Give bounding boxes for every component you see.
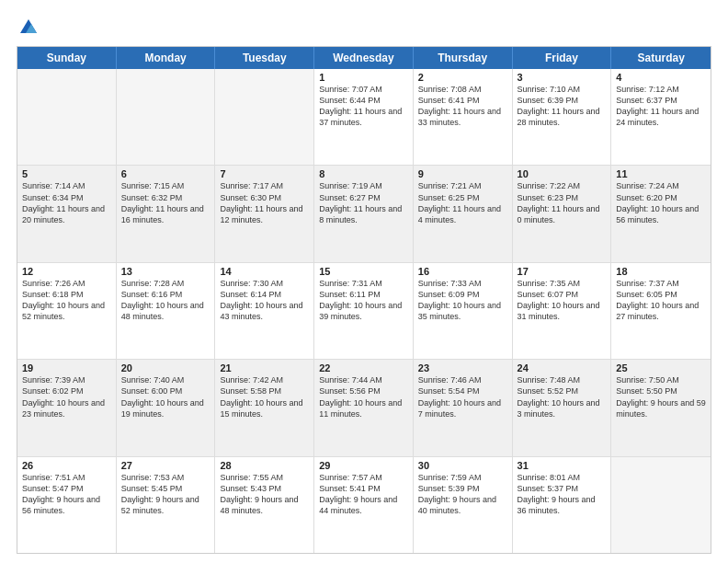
calendar-cell: 24Sunrise: 7:48 AM Sunset: 5:52 PM Dayli… bbox=[513, 360, 612, 455]
day-number: 10 bbox=[518, 168, 607, 179]
calendar-cell: 27Sunrise: 7:53 AM Sunset: 5:45 PM Dayli… bbox=[117, 457, 216, 553]
calendar-cell: 12Sunrise: 7:26 AM Sunset: 6:18 PM Dayli… bbox=[17, 263, 117, 359]
calendar-header-cell: Sunday bbox=[17, 47, 117, 69]
cell-text: Sunrise: 7:57 AM Sunset: 5:41 PM Dayligh… bbox=[319, 472, 408, 517]
day-number: 15 bbox=[319, 266, 408, 277]
calendar-cell: 3Sunrise: 7:10 AM Sunset: 6:39 PM Daylig… bbox=[513, 69, 612, 165]
day-number: 7 bbox=[220, 168, 309, 179]
calendar-cell: 28Sunrise: 7:55 AM Sunset: 5:43 PM Dayli… bbox=[215, 457, 314, 553]
day-number: 26 bbox=[22, 460, 111, 471]
cell-text: Sunrise: 7:07 AM Sunset: 6:44 PM Dayligh… bbox=[319, 84, 408, 129]
header bbox=[17, 17, 711, 37]
day-number: 12 bbox=[22, 266, 111, 277]
day-number: 11 bbox=[616, 168, 706, 179]
cell-text: Sunrise: 7:48 AM Sunset: 5:52 PM Dayligh… bbox=[518, 374, 607, 419]
cell-text: Sunrise: 7:19 AM Sunset: 6:27 PM Dayligh… bbox=[319, 180, 408, 225]
calendar-cell: 20Sunrise: 7:40 AM Sunset: 6:00 PM Dayli… bbox=[117, 360, 216, 455]
calendar-header-cell: Thursday bbox=[414, 47, 513, 69]
cell-text: Sunrise: 7:12 AM Sunset: 6:37 PM Dayligh… bbox=[616, 84, 706, 129]
calendar-cell: 25Sunrise: 7:50 AM Sunset: 5:50 PM Dayli… bbox=[611, 360, 711, 455]
day-number: 28 bbox=[220, 460, 309, 471]
day-number: 19 bbox=[22, 362, 111, 373]
cell-text: Sunrise: 7:59 AM Sunset: 5:39 PM Dayligh… bbox=[418, 472, 507, 517]
calendar-cell: 30Sunrise: 7:59 AM Sunset: 5:39 PM Dayli… bbox=[414, 457, 513, 553]
day-number: 23 bbox=[418, 362, 507, 373]
day-number: 1 bbox=[319, 72, 408, 83]
cell-text: Sunrise: 7:51 AM Sunset: 5:47 PM Dayligh… bbox=[22, 472, 111, 517]
calendar-cell: 29Sunrise: 7:57 AM Sunset: 5:41 PM Dayli… bbox=[314, 457, 414, 553]
day-number: 18 bbox=[616, 266, 706, 277]
day-number: 13 bbox=[121, 266, 210, 277]
day-number: 3 bbox=[518, 72, 607, 83]
cell-text: Sunrise: 7:14 AM Sunset: 6:34 PM Dayligh… bbox=[22, 180, 111, 225]
day-number: 6 bbox=[121, 168, 210, 179]
calendar-cell: 11Sunrise: 7:24 AM Sunset: 6:20 PM Dayli… bbox=[611, 166, 711, 261]
day-number: 22 bbox=[319, 362, 408, 373]
calendar-header-cell: Wednesday bbox=[314, 47, 414, 69]
calendar-header-cell: Monday bbox=[117, 47, 216, 69]
cell-text: Sunrise: 7:39 AM Sunset: 6:02 PM Dayligh… bbox=[22, 374, 111, 419]
calendar-row: 19Sunrise: 7:39 AM Sunset: 6:02 PM Dayli… bbox=[17, 360, 711, 456]
cell-text: Sunrise: 7:30 AM Sunset: 6:14 PM Dayligh… bbox=[220, 278, 309, 323]
cell-text: Sunrise: 7:50 AM Sunset: 5:50 PM Dayligh… bbox=[616, 374, 706, 419]
calendar-cell: 18Sunrise: 7:37 AM Sunset: 6:05 PM Dayli… bbox=[611, 263, 711, 359]
cell-text: Sunrise: 7:28 AM Sunset: 6:16 PM Dayligh… bbox=[121, 278, 210, 323]
cell-text: Sunrise: 7:10 AM Sunset: 6:39 PM Dayligh… bbox=[518, 84, 607, 129]
cell-text: Sunrise: 7:46 AM Sunset: 5:54 PM Dayligh… bbox=[418, 374, 507, 419]
day-number: 27 bbox=[121, 460, 210, 471]
calendar-cell: 21Sunrise: 7:42 AM Sunset: 5:58 PM Dayli… bbox=[215, 360, 314, 455]
calendar-header-cell: Friday bbox=[513, 47, 612, 69]
day-number: 14 bbox=[220, 266, 309, 277]
calendar-row: 12Sunrise: 7:26 AM Sunset: 6:18 PM Dayli… bbox=[17, 263, 711, 360]
calendar-cell: 17Sunrise: 7:35 AM Sunset: 6:07 PM Dayli… bbox=[513, 263, 612, 359]
cell-text: Sunrise: 7:22 AM Sunset: 6:23 PM Dayligh… bbox=[518, 180, 607, 225]
day-number: 29 bbox=[319, 460, 408, 471]
calendar-cell bbox=[215, 69, 314, 165]
cell-text: Sunrise: 7:26 AM Sunset: 6:18 PM Dayligh… bbox=[22, 278, 111, 323]
calendar-cell: 15Sunrise: 7:31 AM Sunset: 6:11 PM Dayli… bbox=[314, 263, 414, 359]
day-number: 24 bbox=[518, 362, 607, 373]
day-number: 20 bbox=[121, 362, 210, 373]
calendar-cell: 10Sunrise: 7:22 AM Sunset: 6:23 PM Dayli… bbox=[513, 166, 612, 261]
cell-text: Sunrise: 7:37 AM Sunset: 6:05 PM Dayligh… bbox=[616, 278, 706, 323]
cell-text: Sunrise: 7:55 AM Sunset: 5:43 PM Dayligh… bbox=[220, 472, 309, 517]
calendar-header: SundayMondayTuesdayWednesdayThursdayFrid… bbox=[17, 47, 711, 69]
calendar-cell: 16Sunrise: 7:33 AM Sunset: 6:09 PM Dayli… bbox=[414, 263, 513, 359]
calendar-cell: 23Sunrise: 7:46 AM Sunset: 5:54 PM Dayli… bbox=[414, 360, 513, 455]
calendar-header-cell: Saturday bbox=[611, 47, 711, 69]
cell-text: Sunrise: 7:31 AM Sunset: 6:11 PM Dayligh… bbox=[319, 278, 408, 323]
calendar-cell bbox=[117, 69, 216, 165]
calendar-cell bbox=[611, 457, 711, 553]
logo bbox=[17, 17, 39, 37]
page: SundayMondayTuesdayWednesdayThursdayFrid… bbox=[0, 0, 728, 563]
cell-text: Sunrise: 7:24 AM Sunset: 6:20 PM Dayligh… bbox=[616, 180, 706, 225]
calendar-cell: 6Sunrise: 7:15 AM Sunset: 6:32 PM Daylig… bbox=[117, 166, 216, 261]
day-number: 25 bbox=[616, 362, 706, 373]
day-number: 30 bbox=[418, 460, 507, 471]
cell-text: Sunrise: 7:33 AM Sunset: 6:09 PM Dayligh… bbox=[418, 278, 507, 323]
day-number: 31 bbox=[518, 460, 607, 471]
day-number: 16 bbox=[418, 266, 507, 277]
day-number: 4 bbox=[616, 72, 706, 83]
logo-icon bbox=[18, 17, 39, 37]
calendar-cell bbox=[17, 69, 117, 165]
calendar-body: 1Sunrise: 7:07 AM Sunset: 6:44 PM Daylig… bbox=[17, 69, 711, 553]
cell-text: Sunrise: 7:17 AM Sunset: 6:30 PM Dayligh… bbox=[220, 180, 309, 225]
calendar-cell: 1Sunrise: 7:07 AM Sunset: 6:44 PM Daylig… bbox=[314, 69, 414, 165]
calendar-cell: 14Sunrise: 7:30 AM Sunset: 6:14 PM Dayli… bbox=[215, 263, 314, 359]
calendar-cell: 31Sunrise: 8:01 AM Sunset: 5:37 PM Dayli… bbox=[513, 457, 612, 553]
day-number: 17 bbox=[518, 266, 607, 277]
calendar-cell: 4Sunrise: 7:12 AM Sunset: 6:37 PM Daylig… bbox=[611, 69, 711, 165]
calendar-cell: 7Sunrise: 7:17 AM Sunset: 6:30 PM Daylig… bbox=[215, 166, 314, 261]
cell-text: Sunrise: 7:42 AM Sunset: 5:58 PM Dayligh… bbox=[220, 374, 309, 419]
day-number: 2 bbox=[418, 72, 507, 83]
day-number: 21 bbox=[220, 362, 309, 373]
calendar-cell: 5Sunrise: 7:14 AM Sunset: 6:34 PM Daylig… bbox=[17, 166, 117, 261]
calendar-cell: 13Sunrise: 7:28 AM Sunset: 6:16 PM Dayli… bbox=[117, 263, 216, 359]
day-number: 8 bbox=[319, 168, 408, 179]
cell-text: Sunrise: 7:40 AM Sunset: 6:00 PM Dayligh… bbox=[121, 374, 210, 419]
calendar-header-cell: Tuesday bbox=[215, 47, 314, 69]
cell-text: Sunrise: 7:15 AM Sunset: 6:32 PM Dayligh… bbox=[121, 180, 210, 225]
logo-text bbox=[17, 17, 39, 37]
calendar-cell: 22Sunrise: 7:44 AM Sunset: 5:56 PM Dayli… bbox=[314, 360, 414, 455]
